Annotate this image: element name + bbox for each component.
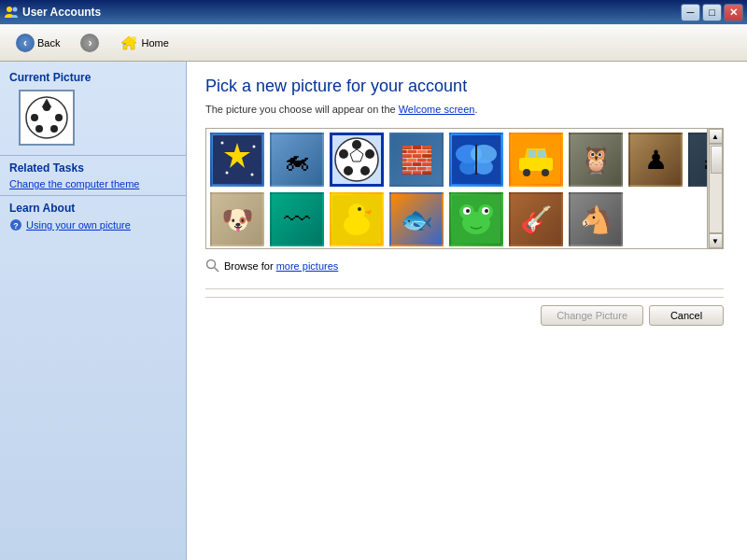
picture-item-owl[interactable]: 🦉 [569, 133, 623, 187]
back-arrow-icon: ‹ [16, 34, 35, 52]
svg-point-8 [43, 104, 50, 111]
page-desc-end: . [474, 104, 477, 115]
scroll-track [709, 144, 723, 233]
picture-grid-container: 🏍 🧱 [205, 128, 724, 249]
page-description: The picture you choose will appear on th… [205, 104, 728, 115]
toolbar: ‹ Back › Home [0, 24, 747, 62]
title-bar-left: User Accounts [4, 5, 101, 20]
forward-arrow-icon: › [80, 34, 99, 52]
title-bar-buttons: ─ □ ✕ [681, 4, 743, 21]
page-desc-text: The picture you choose will appear on th… [205, 104, 396, 115]
picture-item-frog[interactable] [449, 192, 503, 246]
svg-point-24 [360, 166, 370, 175]
picture-item-chess[interactable]: ♟ [628, 133, 683, 187]
info-icon: ? [9, 218, 22, 231]
svg-point-53 [485, 209, 488, 213]
svg-point-37 [523, 169, 530, 176]
svg-point-11 [35, 125, 43, 133]
svg-point-20 [251, 174, 254, 176]
maximize-button[interactable]: □ [702, 4, 722, 21]
picture-grid: 🏍 🧱 [206, 129, 723, 249]
related-tasks-section: Related Tasks Change the computer theme [0, 155, 186, 195]
svg-point-17 [221, 142, 224, 145]
scroll-down-button[interactable]: ▼ [709, 233, 723, 248]
title-bar-text: User Accounts [22, 6, 101, 19]
svg-point-52 [466, 209, 470, 213]
close-button[interactable]: ✕ [724, 4, 743, 21]
svg-point-1 [13, 7, 18, 12]
picture-item-soccer[interactable] [330, 133, 384, 187]
page-title: Pick a new picture for your account [205, 77, 728, 96]
svg-point-22 [352, 140, 361, 149]
svg-point-10 [50, 125, 58, 133]
home-button[interactable]: Home [111, 31, 176, 55]
current-picture-image [23, 94, 70, 141]
picture-item-denim[interactable]: 🧱 [389, 133, 444, 187]
svg-point-4 [131, 36, 136, 42]
svg-point-23 [365, 149, 374, 159]
picture-item-abstract[interactable]: 〰 [270, 192, 324, 246]
svg-text:?: ? [13, 221, 19, 231]
picture-item-car[interactable] [509, 133, 563, 187]
app-icon [4, 5, 19, 20]
learn-about-title: Learn About [9, 202, 176, 215]
scroll-up-button[interactable]: ▲ [709, 129, 723, 144]
browse-more-link[interactable]: more pictures [276, 260, 339, 272]
change-theme-link[interactable]: Change the computer theme [9, 178, 176, 189]
current-picture-section: Current Picture [0, 62, 186, 155]
picture-item-fish[interactable]: 🐟 [389, 192, 444, 246]
minimize-button[interactable]: ─ [681, 4, 700, 21]
current-picture-label: Current Picture [9, 71, 176, 84]
title-bar: User Accounts ─ □ ✕ [0, 0, 747, 24]
picture-item-stars[interactable] [210, 133, 264, 187]
svg-point-43 [348, 203, 365, 220]
browse-row: Browse for more pictures [205, 259, 728, 273]
picture-item-horse[interactable]: 🐴 [569, 192, 623, 246]
svg-rect-40 [538, 150, 545, 158]
scrollbar[interactable]: ▲ ▼ [707, 129, 723, 248]
change-picture-button[interactable]: Change Picture [541, 305, 643, 326]
picture-item-dog[interactable]: 🐶 [210, 192, 264, 246]
svg-rect-35 [519, 158, 553, 171]
svg-point-12 [31, 114, 38, 121]
related-tasks-title: Related Tasks [9, 161, 176, 175]
svg-point-38 [542, 169, 549, 176]
svg-point-54 [207, 260, 216, 269]
browse-label: Browse for [224, 260, 274, 272]
using-own-picture-label: Using your own picture [26, 219, 131, 231]
current-picture-box [19, 90, 75, 146]
main-layout: Current Picture Related Tasks Change the… [0, 62, 747, 560]
divider [205, 288, 724, 289]
back-button[interactable]: ‹ Back [7, 30, 68, 56]
svg-point-19 [226, 172, 229, 175]
learn-about-section: Learn About ? Using your own picture [0, 195, 186, 237]
browse-text: Browse for more pictures [224, 260, 338, 272]
svg-line-55 [215, 268, 219, 273]
svg-point-25 [344, 166, 353, 175]
back-label: Back [37, 37, 60, 49]
scroll-thumb[interactable] [711, 146, 723, 174]
sidebar: Current Picture Related Tasks Change the… [0, 62, 187, 560]
svg-point-45 [358, 207, 361, 211]
svg-point-9 [55, 114, 63, 121]
button-row: Change Picture Cancel [205, 297, 724, 326]
svg-point-18 [253, 146, 256, 148]
picture-item-guitar[interactable]: 🎸 [509, 192, 563, 246]
svg-rect-39 [529, 150, 536, 158]
picture-item-motocross[interactable]: 🏍 [270, 133, 324, 187]
svg-point-26 [339, 149, 348, 159]
cancel-button[interactable]: Cancel [649, 305, 724, 326]
home-icon [120, 35, 138, 51]
welcome-screen-link[interactable]: Welcome screen [399, 104, 475, 115]
picture-item-butterfly[interactable] [449, 133, 503, 187]
content-area: Pick a new picture for your account The … [187, 62, 747, 560]
svg-rect-3 [123, 43, 126, 45]
using-own-picture-link[interactable]: ? Using your own picture [9, 218, 176, 231]
home-label: Home [141, 37, 168, 49]
forward-button[interactable]: › [72, 30, 107, 56]
search-icon [205, 259, 220, 273]
svg-point-0 [7, 7, 12, 12]
picture-item-duck[interactable] [330, 192, 384, 246]
